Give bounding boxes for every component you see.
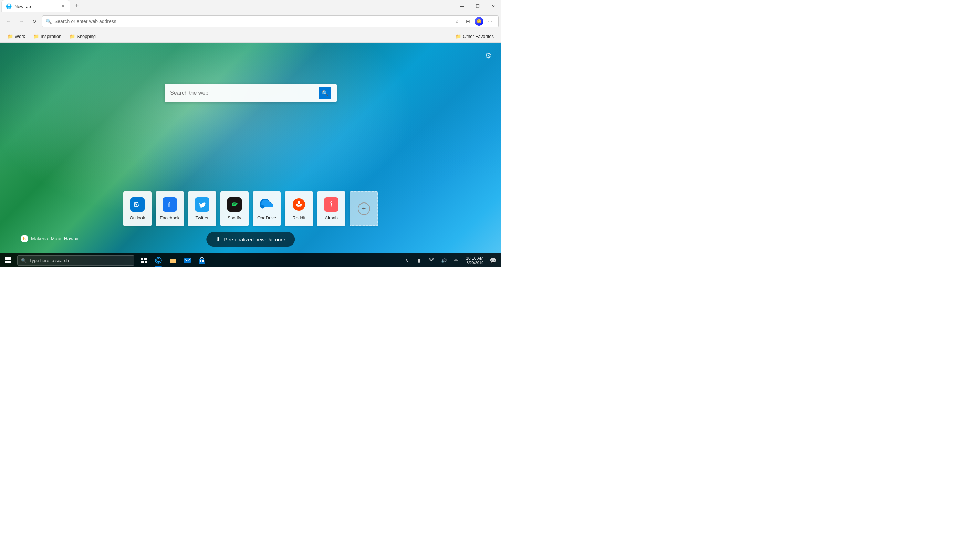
reddit-label: Reddit [293,215,306,220]
search-icon: 🔍 [321,90,328,96]
add-quick-link-button[interactable]: + [350,191,378,226]
file-explorer-taskbar-button[interactable] [166,253,180,267]
svg-point-13 [298,201,300,204]
quick-link-twitter[interactable]: Twitter [188,191,216,226]
location-info: b Makena, Maui, Hawaii [21,235,78,242]
minimize-button[interactable]: — [454,0,470,12]
personalized-news-button[interactable]: ⬇ Personalized news & more [206,232,295,247]
quick-link-airbnb[interactable]: Airbnb [317,191,345,226]
svg-text:smile: smile [296,205,301,207]
svg-rect-20 [141,258,143,260]
search-button[interactable]: 🔍 [319,87,331,99]
store-taskbar-button[interactable] [195,253,209,267]
quick-link-reddit[interactable]: smile Reddit [285,191,313,226]
svg-text:f: f [168,201,170,209]
folder-icon: 📁 [455,34,461,39]
user-avatar[interactable]: 😊 [474,17,484,26]
tab-label: New tab [14,4,31,9]
navbar: ← → ↻ 🔍 ☆ ⊟ 😊 ··· [0,13,501,30]
facebook-icon: f [162,197,177,212]
tab-close-button[interactable]: ✕ [60,3,66,9]
down-arrow-icon: ⬇ [216,236,220,242]
onedrive-icon [259,197,274,212]
forward-button[interactable]: → [16,16,27,27]
more-button[interactable]: ··· [485,16,495,26]
bookmark-shopping[interactable]: 📁 Shopping [66,32,99,40]
taskbar: 🔍 Type here to search [0,253,501,267]
quick-link-outlook[interactable]: Outlook [123,191,151,226]
folder-icon: 📁 [70,34,75,39]
bookmark-inspiration-label: Inspiration [41,34,61,39]
system-clock[interactable]: 10:10 AM 8/20/2019 [463,256,486,265]
clock-time: 10:10 AM [466,256,484,261]
taskbar-search[interactable]: 🔍 Type here to search [17,255,134,266]
add-icon: + [358,202,370,215]
notifications-button[interactable]: 💬 [488,255,499,266]
window-controls: — ❐ ✕ [454,0,501,12]
search-container: 🔍 [165,84,337,102]
task-view-icon [141,258,147,263]
svg-point-9 [293,198,305,211]
favorites-icon[interactable]: ☆ [452,16,462,26]
other-favorites[interactable]: 📁 Other Favorites [452,32,497,40]
battery-icon[interactable]: ▮ [414,255,425,266]
spotify-icon [227,197,242,212]
svg-rect-16 [5,257,8,260]
windows-icon [5,257,11,263]
new-tab-button[interactable]: + [72,1,82,11]
caret-icon[interactable]: ∧ [401,255,412,266]
svg-rect-26 [200,260,202,262]
svg-rect-19 [8,261,11,263]
folder-icon: 📁 [33,34,39,39]
page-settings-button[interactable]: ⚙ [482,49,495,62]
folder-icon: 📁 [8,34,13,39]
volume-icon[interactable]: 🔊 [438,255,449,266]
onedrive-label: OneDrive [257,215,276,220]
svg-rect-21 [144,258,147,260]
active-tab[interactable]: 🌐 New tab ✕ [2,0,70,12]
taskbar-right: ∧ ▮ 🔊 ✏ 10:10 AM 8/20/2019 💬 [401,255,501,266]
profile-button[interactable]: 😊 [474,16,484,26]
outlook-label: Outlook [130,215,145,220]
search-box[interactable]: 🔍 [165,84,337,102]
mail-taskbar-button[interactable] [180,253,194,267]
mail-icon [184,258,191,263]
address-input[interactable] [54,19,449,24]
taskbar-icons [137,253,209,267]
store-icon [199,257,205,264]
back-button[interactable]: ← [3,16,14,27]
svg-point-8 [230,200,239,209]
svg-rect-23 [145,261,147,263]
airbnb-icon [324,197,339,212]
task-view-button[interactable] [137,253,151,267]
collections-icon[interactable]: ⊟ [463,16,473,26]
quick-link-spotify[interactable]: Spotify [220,191,249,226]
taskbar-search-icon: 🔍 [21,258,27,263]
maximize-button[interactable]: ❐ [470,0,485,12]
spotify-label: Spotify [228,215,241,220]
web-search-input[interactable] [170,90,319,96]
quick-link-onedrive[interactable]: OneDrive [253,191,281,226]
wifi-icon[interactable] [426,255,437,266]
address-bar[interactable]: 🔍 ☆ ⊟ 😊 ··· [42,16,499,27]
start-button[interactable] [0,253,16,267]
bookmark-inspiration[interactable]: 📁 Inspiration [30,32,65,40]
close-button[interactable]: ✕ [485,0,501,12]
news-btn-label: Personalized news & more [224,237,285,242]
svg-point-4 [135,204,137,205]
location-label: Makena, Maui, Hawaii [31,236,78,241]
refresh-button[interactable]: ↻ [29,16,40,27]
file-explorer-icon [169,257,176,263]
tab-icon: 🌐 [6,3,12,9]
edge-taskbar-button[interactable] [151,253,165,267]
svg-rect-18 [5,261,8,263]
reddit-icon: smile [292,197,306,212]
outlook-icon [130,197,145,212]
taskbar-search-text: Type here to search [29,258,69,263]
tab-strip: 🌐 New tab ✕ + [0,0,454,12]
facebook-label: Facebook [160,215,180,220]
bookmark-work[interactable]: 📁 Work [4,32,29,40]
pen-icon[interactable]: ✏ [451,255,462,266]
wifi-signal-icon [429,258,434,263]
quick-link-facebook[interactable]: f Facebook [156,191,184,226]
